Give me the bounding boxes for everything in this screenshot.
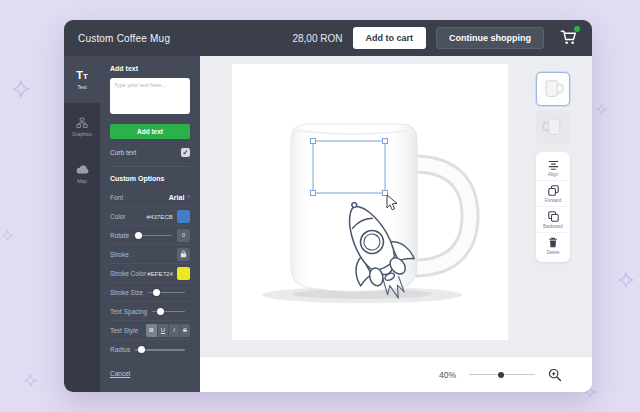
rotate-row: Rotate 0 <box>110 226 190 245</box>
tool-rail: TT Text Graphics Map <box>64 56 100 392</box>
underline-button[interactable]: U <box>157 324 168 337</box>
text-tool-icon: TT <box>76 70 88 82</box>
font-value: Arial <box>169 194 185 201</box>
stroke-size-row: Stroke Size <box>110 283 190 302</box>
text-style-row: Text Style B U I S <box>110 321 190 340</box>
forward-button[interactable]: Forward <box>536 180 570 206</box>
sparkle-decoration <box>12 80 30 98</box>
chevron-right-icon: › <box>187 193 190 201</box>
zoom-bar: 40% <box>200 356 592 392</box>
stroke-color-hex-value: #EFE724 <box>147 270 173 277</box>
zoom-in-button[interactable] <box>548 368 562 382</box>
mug-design-scene <box>232 64 508 340</box>
options-panel: Add text Add text Curb text ✓ Custom Opt… <box>100 56 200 392</box>
stroke-lock-button[interactable] <box>177 248 190 261</box>
text-spacing-row: Text Spacing <box>110 302 190 321</box>
delete-button[interactable]: Delete <box>536 232 570 258</box>
mug-handle <box>414 164 470 268</box>
curb-text-checkbox[interactable]: ✓ <box>181 148 190 157</box>
stroke-color-swatch[interactable] <box>177 267 190 280</box>
stroke-color-row: Stroke Color #EFE724 <box>110 264 190 283</box>
rail-item-text[interactable]: TT Text <box>64 56 100 103</box>
page-title: Custom Coffee Mug <box>78 33 170 44</box>
color-swatch[interactable] <box>177 210 190 223</box>
cart-button[interactable] <box>558 27 580 49</box>
rail-item-map[interactable]: Map <box>64 150 100 197</box>
text-spacing-slider[interactable] <box>152 307 185 316</box>
bold-button[interactable]: B <box>146 324 157 337</box>
product-price: 28,00 RON <box>292 33 342 44</box>
bring-forward-icon <box>548 185 559 196</box>
rotate-slider[interactable] <box>134 231 172 240</box>
radius-row: Radius <box>110 340 190 359</box>
zoom-slider[interactable] <box>469 370 535 380</box>
align-button[interactable]: Align <box>536 156 570 180</box>
map-tool-icon <box>76 164 89 176</box>
curb-text-label: Curb text <box>110 149 136 156</box>
view-and-arrange-tools: Align Forward <box>536 72 570 262</box>
text-style-group: B U I S <box>146 324 190 337</box>
app-window: Custom Coffee Mug 28,00 RON Add to cart … <box>64 20 592 392</box>
text-input[interactable] <box>110 78 190 114</box>
strikethrough-button[interactable]: S <box>179 324 190 337</box>
design-canvas[interactable]: Align Forward <box>200 56 592 356</box>
rotate-value-box: 0 <box>177 229 190 242</box>
add-text-heading: Add text <box>110 65 190 72</box>
stroke-row: Stroke <box>110 245 190 264</box>
mug-thumbnail-back[interactable] <box>536 110 570 144</box>
header-bar: Custom Coffee Mug 28,00 RON Add to cart … <box>64 20 592 56</box>
radius-slider[interactable] <box>135 345 185 354</box>
stroke-size-slider[interactable] <box>148 288 185 297</box>
backward-button[interactable]: Backward <box>536 206 570 232</box>
cart-badge <box>574 26 580 32</box>
trash-icon <box>548 237 558 248</box>
lock-icon <box>180 250 187 258</box>
send-backward-icon <box>548 211 559 222</box>
mug-thumbnail-front[interactable] <box>536 72 570 106</box>
magnifier-plus-icon <box>548 368 562 382</box>
arrange-panel: Align Forward <box>536 152 570 262</box>
align-icon <box>548 160 559 170</box>
add-to-cart-button[interactable]: Add to cart <box>353 27 427 49</box>
mug-front-icon <box>541 77 565 101</box>
graphics-tool-icon <box>76 117 88 129</box>
add-text-button[interactable]: Add text <box>110 124 190 139</box>
mug-back-icon <box>541 115 565 139</box>
font-row[interactable]: Font Arial › <box>110 188 190 207</box>
sparkle-decoration <box>24 374 37 387</box>
cancel-link[interactable]: Cancel <box>110 370 130 377</box>
italic-button[interactable]: I <box>168 324 179 337</box>
custom-options-heading: Custom Options <box>110 175 190 182</box>
rail-item-graphics[interactable]: Graphics <box>64 103 100 150</box>
artboard[interactable] <box>232 64 508 340</box>
zoom-level-value: 40% <box>439 370 456 380</box>
sparkle-decoration <box>2 230 13 241</box>
continue-shopping-button[interactable]: Continue shopping <box>436 27 544 49</box>
sparkle-decoration <box>618 272 634 288</box>
color-row: Color #437ECB <box>110 207 190 226</box>
sparkle-decoration <box>596 104 607 115</box>
color-hex-value: #437ECB <box>147 213 174 220</box>
